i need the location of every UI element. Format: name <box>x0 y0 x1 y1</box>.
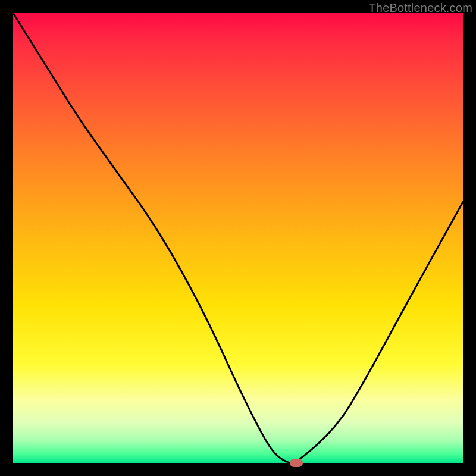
optimum-marker <box>290 459 303 467</box>
chart-frame: TheBottleneck.com <box>0 0 476 476</box>
watermark-text: TheBottleneck.com <box>368 1 472 15</box>
bottleneck-curve <box>13 13 463 463</box>
curve-layer <box>13 13 463 463</box>
